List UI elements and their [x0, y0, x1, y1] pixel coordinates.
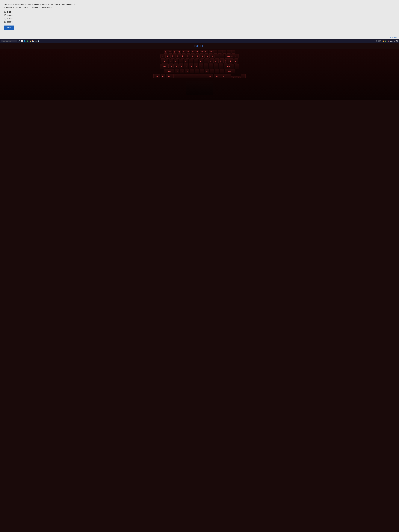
key-prtscr[interactable]: PrtScr [213, 50, 217, 54]
mic-icon[interactable]: 🎤 [18, 40, 20, 42]
option-a[interactable]: $416.96 [4, 11, 395, 13]
option-c[interactable]: $368.58 [4, 18, 395, 20]
key-c[interactable]: C [185, 69, 189, 73]
option-d[interactable]: $228.75 [4, 21, 395, 23]
key-f10[interactable]: F10 [200, 50, 204, 54]
key-insert[interactable]: Insert [218, 50, 222, 54]
key-f9[interactable]: F9🔍 [195, 50, 199, 54]
key-y[interactable]: Y [194, 59, 198, 63]
key-x[interactable]: X [180, 69, 184, 73]
key-equals[interactable]: += [220, 54, 224, 58]
key-f[interactable]: F [184, 64, 188, 69]
key-slash[interactable]: ?/ [220, 69, 224, 73]
key-z[interactable]: Z [175, 69, 179, 73]
key-delete[interactable]: Delete [222, 50, 226, 54]
key-k[interactable]: K [204, 64, 208, 69]
key-f8[interactable]: F8 [191, 50, 195, 54]
key-2[interactable]: @2 [171, 54, 175, 58]
key-6[interactable]: ^6 [190, 54, 195, 58]
key-numlock[interactable]: NumLock [234, 54, 239, 58]
key-pgup[interactable]: PgUp [227, 50, 231, 54]
key-w[interactable]: W [174, 59, 178, 63]
key-up[interactable]: ↑ [231, 76, 236, 78]
key-lbracket[interactable]: {[ [218, 59, 223, 63]
radio-d[interactable] [4, 21, 6, 23]
key-lctrl[interactable]: Ctrl [166, 74, 173, 78]
option-b[interactable]: $121.875 [4, 14, 395, 16]
key-fn[interactable]: Fn [161, 74, 165, 78]
app-icon-2[interactable]: 📋 [38, 40, 40, 42]
key-lalt[interactable]: Alt [153, 74, 160, 78]
key-o[interactable]: O [209, 59, 213, 63]
app-icon-1[interactable]: 📷 [35, 40, 37, 42]
key-left[interactable]: ← [226, 74, 231, 78]
key-rshift[interactable]: Shift [225, 69, 235, 73]
key-f5[interactable]: F5▶▶| [177, 50, 181, 54]
key-period[interactable]: >. [215, 69, 219, 73]
touchpad[interactable] [186, 81, 213, 95]
taskbar-search[interactable] [1, 40, 17, 42]
key-f11[interactable]: F11 [204, 50, 208, 54]
key-lshift[interactable]: Shift [164, 69, 174, 73]
key-p[interactable]: P [214, 59, 218, 63]
key-space[interactable] [173, 74, 206, 78]
key-0[interactable]: )0 [210, 54, 215, 58]
key-menu[interactable]: ☰ [221, 74, 226, 78]
key-4[interactable]: $4 [180, 54, 185, 58]
key-u[interactable]: U [199, 59, 203, 63]
key-pgdn[interactable]: PgDn [231, 50, 235, 54]
key-f6[interactable]: F6 [182, 50, 186, 54]
key-f3[interactable]: F3⏸ [168, 50, 172, 54]
key-l[interactable]: L [209, 64, 213, 69]
key-f4[interactable]: F4▶▶ [173, 50, 177, 54]
key-num4[interactable]: 4 [235, 64, 239, 69]
key-rbracket[interactable]: }] [223, 59, 228, 63]
radio-c[interactable] [4, 18, 6, 19]
key-r[interactable]: R [184, 59, 188, 63]
key-comma[interactable]: <, [210, 69, 214, 73]
key-5[interactable]: %5 [185, 54, 190, 58]
key-capslock[interactable]: Caps [160, 64, 169, 69]
key-semicolon[interactable]: :; [214, 64, 218, 69]
key-tilde[interactable]: ~` [160, 54, 165, 58]
store-icon[interactable]: 🏪 [32, 40, 34, 42]
key-minus[interactable]: _- [215, 54, 220, 58]
key-enter[interactable]: Enter [224, 64, 234, 69]
radio-b[interactable] [4, 14, 6, 16]
key-num7[interactable]: 7 [233, 59, 238, 63]
folder-icon[interactable]: 📁 [29, 40, 32, 42]
key-right[interactable]: → [241, 74, 246, 78]
key-down[interactable]: ↓ [236, 76, 241, 78]
key-3[interactable]: #3 [175, 54, 180, 58]
key-h[interactable]: H [194, 64, 198, 69]
key-s[interactable]: S [174, 64, 178, 69]
key-9[interactable]: (9 [205, 54, 209, 58]
key-f7[interactable]: F7 [186, 50, 190, 54]
key-t[interactable]: T [189, 59, 193, 63]
key-backslash[interactable]: |\ [228, 59, 233, 63]
key-rctrl[interactable]: Ctrl [214, 74, 221, 78]
edge-icon[interactable]: 🌐 [24, 40, 26, 42]
key-g[interactable]: G [189, 64, 193, 69]
key-e[interactable]: E [179, 59, 183, 63]
key-f12[interactable]: F12 [209, 50, 213, 54]
radio-a[interactable] [4, 11, 6, 13]
chrome-icon[interactable]: ⬤ [26, 40, 29, 42]
key-n[interactable]: N [200, 69, 204, 73]
key-1[interactable]: !1 [165, 54, 170, 58]
key-a[interactable]: A [169, 64, 173, 69]
key-f2[interactable]: F2◀◀ [164, 50, 168, 54]
key-b[interactable]: B [195, 69, 199, 73]
key-7[interactable]: &7 [195, 54, 200, 58]
key-tab[interactable]: Tab [161, 59, 168, 63]
key-d[interactable]: D [179, 64, 184, 69]
key-quote[interactable]: "' [219, 64, 223, 69]
key-m[interactable]: M [205, 69, 209, 73]
key-backspace[interactable]: Backspace [225, 54, 234, 58]
task-view-icon[interactable]: ⬜ [21, 40, 23, 42]
key-q[interactable]: Q [169, 59, 173, 63]
key-8[interactable]: *8 [200, 54, 205, 58]
next-button[interactable]: Next [4, 25, 14, 30]
key-i[interactable]: I [203, 59, 208, 63]
key-j[interactable]: J [199, 64, 203, 69]
